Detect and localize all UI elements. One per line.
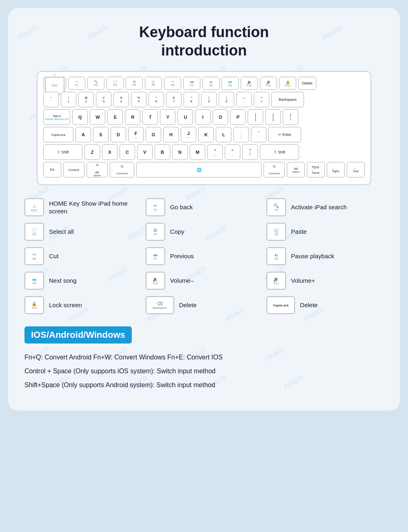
ref-label-f8: Pause playback [291, 252, 334, 260]
ref-f9: ⏭ F9 Next song [24, 272, 142, 290]
ref-f4: ⊞ F4 Copy [146, 223, 263, 241]
ref-f3: 📄 F3 Select all [24, 223, 142, 241]
ref-label-esc: HOME Key Show iPad home screen [49, 200, 142, 215]
ref-label-f11: Volume+ [291, 277, 315, 285]
ref-f7: ⏮ F7 Previous [146, 247, 263, 265]
shortcuts-section: Fn+Q: Convert Android Fn+W: Convert Wind… [24, 352, 384, 390]
ref-key-backspace: ⌫ Backspace [146, 296, 174, 314]
ref-label-f5: Paste [291, 228, 306, 236]
ref-label-f2: Activate iPad search [291, 203, 347, 211]
ref-key-f7: ⏮ F7 [146, 247, 165, 265]
ref-key-f9: ⏭ F9 [24, 272, 44, 290]
ref-label-capslock: Delete [300, 301, 317, 309]
ref-backspace: ⌫ Backspace Delete [146, 296, 263, 314]
ref-label-backspace: Delete [179, 301, 197, 309]
ref-f12: 🔒 F12 Lock screen [24, 296, 142, 314]
ref-key-capslock: CapsLock [266, 296, 295, 314]
shortcut-line-1: Fn+Q: Convert Android Fn+W: Convert Wind… [24, 352, 384, 362]
ref-label-f4: Copy [170, 228, 184, 236]
ios-banner: IOS/Android/Windows [24, 326, 132, 344]
shortcut-line-3: Shift+Space (Only supports Android syste… [24, 380, 384, 390]
ref-label-f10: Volume– [170, 277, 194, 285]
ref-key-esc: ⌂ ESC [24, 198, 44, 216]
main-card: Aleach Aleach Aleach Aleach Aleach Aleac… [8, 8, 400, 410]
ref-f2: 🔍 F2 Activate iPad search [266, 198, 384, 216]
ref-esc: ⌂ ESC HOME Key Show iPad home screen [24, 198, 142, 216]
ref-key-f3: 📄 F3 [24, 223, 44, 241]
ref-key-f11: 🔊 F11 [266, 272, 286, 290]
ref-f11: 🔊 F11 Volume+ [266, 272, 384, 290]
shortcut-line-2: Control + Space (Only supports iOS syste… [24, 366, 384, 376]
ref-key-f2: 🔍 F2 [266, 198, 286, 216]
ref-label-f9: Next song [49, 277, 77, 285]
function-reference: ⌂ ESC HOME Key Show iPad home screen 📄 F… [24, 198, 384, 314]
ref-f8: ⏯ F8 Pause playback [266, 247, 384, 265]
ref-key-f10: 🔉 F10 [146, 272, 165, 290]
ref-f5: ◱ F5 Paste [266, 223, 384, 241]
ref-key-f1: ↩ F1 [146, 198, 165, 216]
keyboard-diagram: ⌂ ESC ↩ F1 🔍 F2 📄 F3 [24, 71, 384, 185]
ref-label-f1: Go back [170, 203, 193, 211]
ref-label-f6: Cut [49, 252, 58, 260]
ref-key-f8: ⏯ F8 [266, 247, 286, 265]
ref-key-f5: ◱ F5 [266, 223, 286, 241]
ref-key-f6: ✂ F6 [24, 247, 44, 265]
ref-key-f12: 🔒 F12 [24, 296, 44, 314]
ref-f6: ✂ F6 Cut [24, 247, 142, 265]
ref-label-f7: Previous [170, 252, 194, 260]
ref-label-f12: Lock screen [49, 301, 82, 309]
ref-f10: 🔉 F10 Volume– [146, 272, 263, 290]
ref-f1: ↩ F1 Go back [146, 198, 263, 216]
ref-key-f4: ⊞ F4 [146, 223, 165, 241]
ref-label-f3: Select all [49, 228, 74, 236]
ref-capslock: CapsLock Delete [266, 296, 384, 314]
page-title: Keyboard function introduction [24, 23, 384, 60]
